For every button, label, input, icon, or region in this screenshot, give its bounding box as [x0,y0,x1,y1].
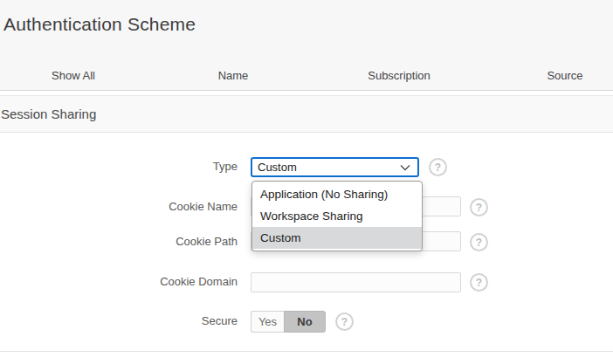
chevron-down-icon [400,164,410,171]
cookie-domain-input[interactable] [251,272,461,292]
section-title: Session Sharing [1,106,96,121]
cookie-name-label: Cookie Name [0,200,238,214]
tab-subscription[interactable]: Subscription [368,69,430,83]
type-help-icon[interactable]: ? [429,158,447,176]
secure-yes-button[interactable]: Yes [251,311,284,333]
secure-help-icon[interactable]: ? [335,312,354,331]
cookie-path-label: Cookie Path [0,235,238,249]
tab-show-all[interactable]: Show All [52,69,95,83]
secure-toggle: Yes No [251,311,326,333]
secure-label: Secure [0,314,238,328]
cookie-name-help-icon[interactable]: ? [470,198,488,216]
page-title: Authentication Scheme [3,14,196,35]
cookie-path-help-icon[interactable]: ? [470,233,488,251]
dropdown-option-application-no-sharing[interactable]: Application (No Sharing) [252,183,422,205]
tab-name[interactable]: Name [218,69,249,83]
type-select-dropdown: Application (No Sharing) Workspace Shari… [251,181,423,251]
type-select[interactable]: Custom [251,157,419,177]
type-select-value: Custom [258,161,400,173]
page-header-band: Authentication Scheme Show All Name Subs… [0,0,613,91]
authentication-scheme-page: Authentication Scheme Show All Name Subs… [0,0,613,364]
secure-no-button[interactable]: No [284,311,326,333]
cookie-domain-help-icon[interactable]: ? [470,273,488,292]
type-label: Type [0,160,238,174]
dropdown-option-custom[interactable]: Custom [252,227,422,249]
dropdown-option-workspace-sharing[interactable]: Workspace Sharing [252,205,422,227]
bottom-divider [0,351,613,352]
tab-source[interactable]: Source [547,69,582,83]
cookie-domain-label: Cookie Domain [0,275,238,289]
session-sharing-section-header: Session Sharing [0,95,613,133]
